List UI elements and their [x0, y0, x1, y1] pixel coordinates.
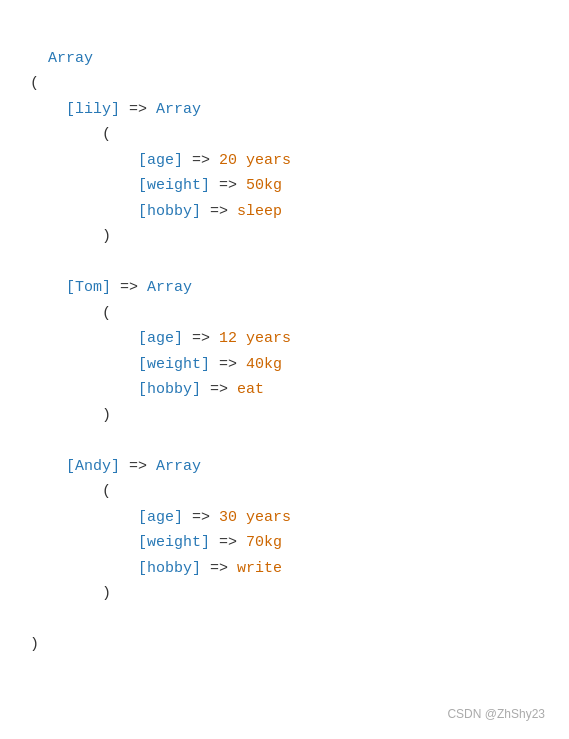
lily-hobby-key: [hobby]: [138, 203, 201, 220]
watermark-text: CSDN @ZhShy23: [447, 707, 545, 721]
tom-hobby-val: eat: [237, 381, 264, 398]
code-display: Array ( [lily] => Array ( [age] => 20 ye…: [30, 20, 539, 658]
tom-weight-val: 40kg: [246, 356, 282, 373]
arrow-4: =>: [201, 203, 237, 220]
andy-open-paren: (: [102, 483, 111, 500]
tom-hobby-key: [hobby]: [138, 381, 201, 398]
andy-hobby-val: write: [237, 560, 282, 577]
arrow-2: =>: [183, 152, 219, 169]
arrow-8: =>: [201, 381, 237, 398]
tom-open-paren: (: [102, 305, 111, 322]
lily-age-val: 20 years: [219, 152, 291, 169]
arrow-6: =>: [183, 330, 219, 347]
tom-array: Array: [147, 279, 192, 296]
array-label: Array: [48, 50, 93, 67]
lily-weight-key: [weight]: [138, 177, 210, 194]
arrow-5: =>: [111, 279, 147, 296]
arrow-11: =>: [210, 534, 246, 551]
tom-age-val: 12 years: [219, 330, 291, 347]
lily-weight-val: 50kg: [246, 177, 282, 194]
tom-weight-key: [weight]: [138, 356, 210, 373]
lily-age-key: [age]: [138, 152, 183, 169]
arrow-1: =>: [120, 101, 156, 118]
arrow-7: =>: [210, 356, 246, 373]
andy-hobby-key: [hobby]: [138, 560, 201, 577]
lily-array: Array: [156, 101, 201, 118]
lily-key: [lily]: [66, 101, 120, 118]
andy-key: [Andy]: [66, 458, 120, 475]
arrow-12: =>: [201, 560, 237, 577]
lily-hobby-val: sleep: [237, 203, 282, 220]
andy-weight-key: [weight]: [138, 534, 210, 551]
arrow-10: =>: [183, 509, 219, 526]
tom-key: [Tom]: [66, 279, 111, 296]
root-open-paren: (: [30, 75, 39, 92]
lily-close-paren: ): [102, 228, 111, 245]
arrow-9: =>: [120, 458, 156, 475]
andy-age-val: 30 years: [219, 509, 291, 526]
tom-age-key: [age]: [138, 330, 183, 347]
andy-array: Array: [156, 458, 201, 475]
tom-close-paren: ): [102, 407, 111, 424]
andy-age-key: [age]: [138, 509, 183, 526]
andy-close-paren: ): [102, 585, 111, 602]
arrow-3: =>: [210, 177, 246, 194]
lily-open-paren: (: [102, 126, 111, 143]
root-close-paren: ): [30, 636, 39, 653]
andy-weight-val: 70kg: [246, 534, 282, 551]
